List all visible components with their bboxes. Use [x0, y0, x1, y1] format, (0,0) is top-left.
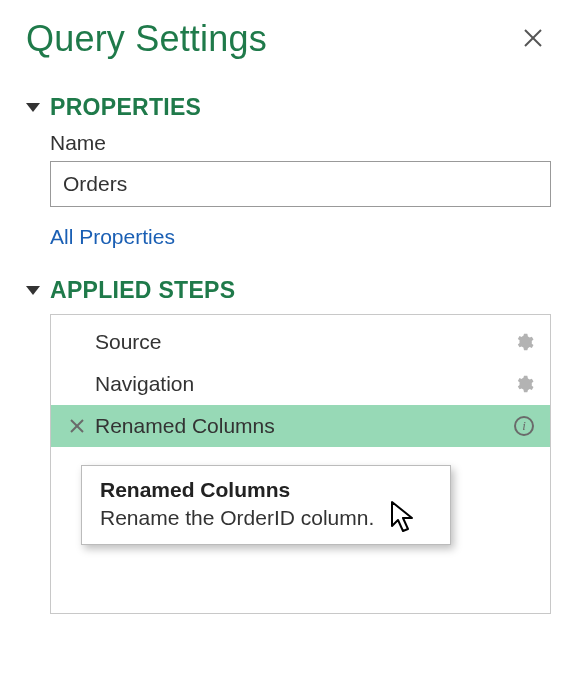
query-settings-panel: Query Settings PROPERTIES Name All Prope…	[0, 0, 577, 614]
close-icon	[523, 28, 543, 48]
panel-header: Query Settings	[26, 18, 551, 60]
applied-steps-section-title: APPLIED STEPS	[50, 277, 235, 304]
name-label: Name	[50, 131, 551, 155]
properties-body: Name All Properties	[26, 131, 551, 249]
gear-icon[interactable]	[514, 374, 540, 394]
gear-icon[interactable]	[514, 332, 540, 352]
applied-steps-section: APPLIED STEPS Source Navigation	[26, 277, 551, 614]
properties-section-title: PROPERTIES	[50, 94, 201, 121]
step-row-navigation[interactable]: Navigation	[51, 363, 550, 405]
applied-steps-section-header[interactable]: APPLIED STEPS	[26, 277, 551, 304]
step-label: Source	[89, 330, 514, 354]
step-label: Navigation	[89, 372, 514, 396]
panel-title: Query Settings	[26, 18, 267, 60]
tooltip-description: Rename the OrderID column.	[100, 506, 432, 530]
name-input[interactable]	[50, 161, 551, 207]
close-button[interactable]	[515, 19, 551, 59]
tooltip-title: Renamed Columns	[100, 478, 432, 502]
step-label: Renamed Columns	[89, 414, 514, 438]
step-row-renamed-columns[interactable]: Renamed Columns i	[51, 405, 550, 447]
collapse-triangle-icon	[26, 103, 40, 112]
info-icon[interactable]: i	[514, 416, 534, 436]
all-properties-link[interactable]: All Properties	[50, 225, 175, 249]
properties-section-header[interactable]: PROPERTIES	[26, 94, 551, 121]
delete-step-icon[interactable]	[65, 419, 89, 433]
collapse-triangle-icon	[26, 286, 40, 295]
properties-section: PROPERTIES Name All Properties	[26, 94, 551, 249]
step-row-source[interactable]: Source	[51, 321, 550, 363]
applied-steps-list: Source Navigation Ren	[50, 314, 551, 614]
step-tooltip: Renamed Columns Rename the OrderID colum…	[81, 465, 451, 545]
